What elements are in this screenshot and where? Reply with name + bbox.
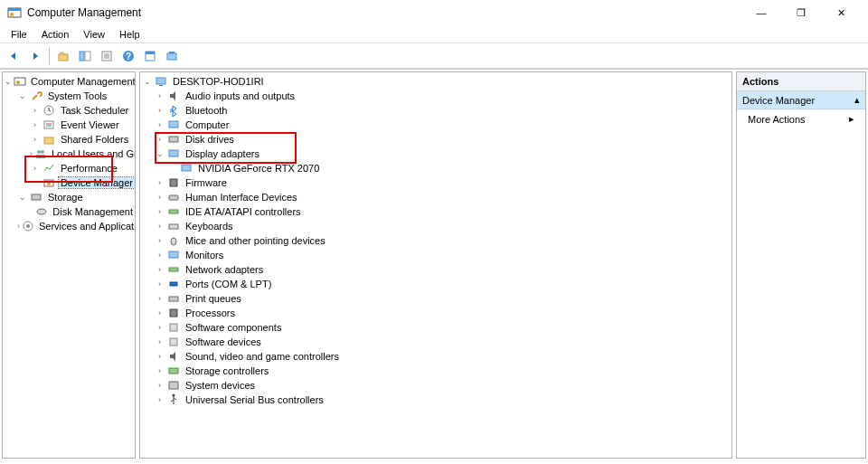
expand-icon[interactable]: › <box>155 193 165 203</box>
expand-icon[interactable]: › <box>30 120 40 130</box>
tree-event-viewer[interactable]: › Event Viewer <box>3 118 135 132</box>
expand-icon[interactable]: › <box>155 236 165 246</box>
tree-root[interactable]: ⌄ Computer Management (Local) <box>3 74 135 89</box>
expand-icon[interactable]: › <box>30 164 40 174</box>
maximize-button[interactable]: ❐ <box>781 0 821 25</box>
tree-disk-management[interactable]: Disk Management <box>3 204 135 219</box>
expand-icon[interactable]: ⌄ <box>5 77 12 87</box>
show-console-tree-button[interactable] <box>75 46 95 66</box>
category-icon <box>166 175 181 190</box>
category-label: Display adapters <box>184 148 261 159</box>
no-expand <box>30 178 40 188</box>
refresh-button[interactable] <box>162 46 182 66</box>
expand-icon[interactable]: › <box>155 91 165 101</box>
expand-icon[interactable]: › <box>155 366 165 376</box>
device-category[interactable]: ›Processors <box>140 306 731 320</box>
expand-icon[interactable]: ⌄ <box>155 149 165 159</box>
expand-icon[interactable]: › <box>155 323 165 333</box>
properties-button[interactable] <box>140 46 160 66</box>
expand-icon[interactable]: › <box>155 251 165 260</box>
expand-icon[interactable]: › <box>155 381 165 391</box>
device-category[interactable]: ›Print queues <box>140 291 731 306</box>
category-label: Ports (COM & LPT) <box>184 279 273 289</box>
menu-action[interactable]: Action <box>34 27 77 42</box>
up-button[interactable] <box>53 46 73 66</box>
device-category[interactable]: ›Human Interface Devices <box>140 190 731 204</box>
device-category[interactable]: ›Bluetooth <box>140 103 731 118</box>
services-icon <box>22 219 34 233</box>
forward-button[interactable] <box>25 46 45 66</box>
expand-icon[interactable]: › <box>155 294 165 304</box>
device-category[interactable]: ›Ports (COM & LPT) <box>140 277 731 291</box>
tree-shared-folders[interactable]: › Shared Folders <box>3 132 135 147</box>
device-root[interactable]: ⌄ DESKTOP-HOD1IRI <box>140 74 731 89</box>
device-category[interactable]: ›Monitors <box>140 248 731 262</box>
expand-icon[interactable]: › <box>155 279 165 289</box>
device-category[interactable]: ›Mice and other pointing devices <box>140 233 731 248</box>
device-category[interactable]: ›Storage controllers <box>140 364 731 378</box>
category-label: Audio inputs and outputs <box>184 90 297 101</box>
device-category[interactable]: ›Audio inputs and outputs <box>140 89 731 103</box>
tree-system-tools[interactable]: ⌄ System Tools <box>3 89 135 103</box>
expand-icon[interactable]: › <box>30 149 33 159</box>
menu-help[interactable]: Help <box>112 27 147 42</box>
actions-context-label: Device Manager <box>742 95 815 106</box>
expand-icon[interactable]: › <box>155 106 165 116</box>
device-category[interactable]: ›Firmware <box>140 175 731 190</box>
device-item[interactable]: NVIDIA GeForce RTX 2070 <box>140 161 731 175</box>
expand-icon[interactable]: › <box>155 395 165 405</box>
device-category[interactable]: ›Sound, video and game controllers <box>140 349 731 364</box>
close-button[interactable]: ✕ <box>821 0 861 25</box>
expand-icon[interactable]: › <box>155 178 165 188</box>
svg-point-2 <box>10 13 14 16</box>
menu-file[interactable]: File <box>4 27 34 42</box>
device-manager-icon <box>42 175 56 190</box>
more-actions[interactable]: More Actions ▸ <box>737 109 865 128</box>
svg-rect-43 <box>169 251 178 258</box>
tree-performance[interactable]: › Performance <box>3 161 135 175</box>
export-list-button[interactable] <box>97 46 117 66</box>
expand-icon[interactable]: › <box>155 120 165 130</box>
device-category[interactable]: ›Computer <box>140 118 731 132</box>
svg-rect-33 <box>159 85 163 86</box>
category-label: Software components <box>184 322 283 333</box>
category-icon <box>166 349 181 364</box>
device-category[interactable]: ›Universal Serial Bus controllers <box>140 393 731 407</box>
tree-local-users[interactable]: › Local Users and Groups <box>3 147 135 161</box>
expand-icon[interactable]: › <box>17 222 20 232</box>
svg-rect-39 <box>169 195 178 200</box>
device-category[interactable]: ›Keyboards <box>140 219 731 233</box>
expand-icon[interactable]: › <box>155 308 165 318</box>
expand-icon[interactable]: › <box>155 135 165 145</box>
menu-view[interactable]: View <box>76 27 112 42</box>
users-icon <box>34 147 47 161</box>
expand-icon[interactable]: › <box>155 337 165 347</box>
tree-task-scheduler[interactable]: › Task Scheduler <box>3 103 135 118</box>
tree-storage[interactable]: ⌄ Storage <box>3 190 135 204</box>
expand-icon[interactable]: ⌄ <box>142 77 152 87</box>
actions-context[interactable]: Device Manager ▴ <box>737 91 865 109</box>
minimize-button[interactable]: — <box>741 0 781 25</box>
help-button[interactable]: ? <box>118 46 138 66</box>
collapse-icon[interactable]: ▴ <box>854 94 860 106</box>
device-category[interactable]: ›Software components <box>140 320 731 335</box>
device-category[interactable]: ›System devices <box>140 378 731 393</box>
expand-icon[interactable]: › <box>155 222 165 232</box>
expand-icon[interactable]: › <box>155 265 165 275</box>
expand-icon[interactable]: ⌄ <box>17 193 27 203</box>
device-category[interactable]: ›Network adapters <box>140 262 731 277</box>
tree-services-apps[interactable]: › Services and Applications <box>3 219 135 233</box>
svg-rect-16 <box>14 78 25 85</box>
expand-icon[interactable]: › <box>30 135 40 145</box>
back-button[interactable] <box>4 46 24 66</box>
expand-icon[interactable]: › <box>155 207 165 217</box>
expand-icon[interactable]: ⌄ <box>17 91 27 101</box>
device-category[interactable]: ›IDE ATA/ATAPI controllers <box>140 204 731 219</box>
expand-icon[interactable]: › <box>30 106 40 116</box>
device-category[interactable]: ›Software devices <box>140 335 731 349</box>
expand-icon[interactable]: › <box>155 352 165 362</box>
tree-device-manager[interactable]: Device Manager <box>3 175 135 190</box>
device-category[interactable]: ⌄Display adapters <box>140 147 731 161</box>
device-category[interactable]: ›Disk drives <box>140 132 731 147</box>
menubar: File Action View Help <box>0 25 868 43</box>
